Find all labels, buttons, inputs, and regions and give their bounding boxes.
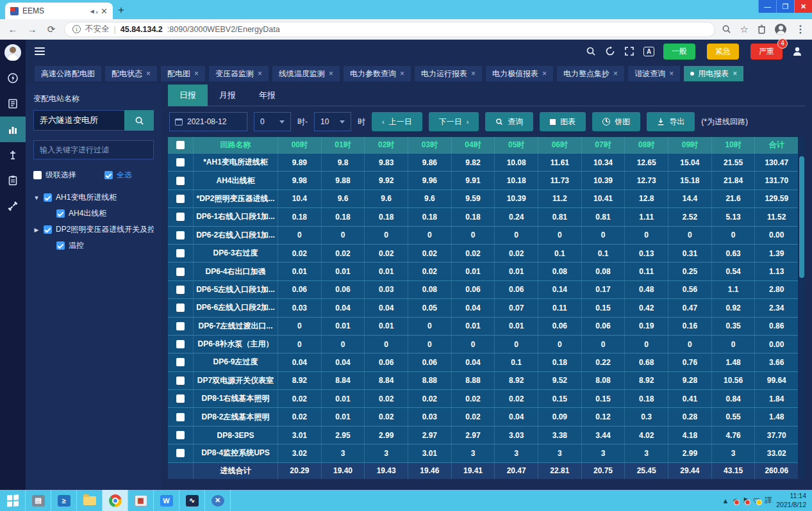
delete-icon[interactable] — [758, 24, 766, 34]
forward-icon[interactable]: → — [26, 24, 38, 35]
taskbar-scada-app[interactable]: ∿ — [179, 490, 205, 511]
prev-day-button[interactable]: ‹上一日 — [372, 112, 422, 131]
nav-tab[interactable]: 变压器监测× — [209, 66, 269, 81]
row-checkbox[interactable] — [176, 340, 185, 348]
row-checkbox[interactable] — [176, 431, 185, 439]
taskbar-powershell[interactable]: ≥ — [51, 490, 77, 511]
nav-tab[interactable]: 线缆温度监测× — [272, 66, 340, 81]
page-info-icon[interactable]: i — [72, 25, 81, 33]
rail-item-records[interactable] — [0, 168, 26, 193]
nav-tab[interactable]: 用电报表× — [684, 66, 743, 81]
tree-node[interactable]: ▼AH1变电所进线柜 — [33, 190, 154, 206]
bookmark-star-icon[interactable]: ☆ — [740, 24, 749, 35]
taskbar-wps[interactable]: W — [154, 490, 179, 511]
taskbar-file-explorer[interactable] — [77, 490, 103, 511]
alarm-button-一般[interactable]: 一般 — [663, 44, 695, 60]
row-checkbox[interactable] — [176, 322, 185, 330]
tree-checkbox[interactable] — [44, 225, 52, 234]
security-warning-icon[interactable]: 🛡︎ — [753, 497, 760, 505]
nav-tab[interactable]: 电力极值报表× — [486, 66, 553, 81]
ime-icon[interactable]: 譯 — [765, 496, 772, 505]
tab-close-icon[interactable]: × — [258, 69, 262, 78]
scrollbar-thumb[interactable] — [799, 156, 804, 278]
fullscreen-icon[interactable] — [624, 46, 634, 56]
tree-arrow-icon[interactable]: ▶ — [33, 227, 40, 233]
address-bar[interactable]: i 不安全 | 45.84.134.2 :8090/3000WEBV2/Ener… — [64, 22, 715, 37]
pie-button[interactable]: 饼图 — [592, 112, 640, 131]
row-checkbox[interactable] — [176, 358, 185, 366]
browser-tab-eems[interactable]: EEMS ◄᙮ ✕ — [5, 3, 113, 19]
profile-avatar-icon[interactable] — [775, 24, 786, 35]
rail-item-power[interactable] — [0, 65, 26, 91]
maximize-button[interactable]: ❐ — [776, 0, 794, 13]
rail-item-settings[interactable] — [0, 193, 26, 219]
chart-button[interactable]: 图表 — [540, 112, 586, 131]
query-button[interactable]: 查询 — [485, 112, 533, 131]
taskbar-chrome[interactable] — [103, 490, 128, 511]
alarm-button-严重[interactable]: 严重4 — [750, 44, 783, 60]
row-checkbox[interactable] — [176, 304, 185, 312]
volume-muted-icon[interactable]: 🔊︎ — [733, 496, 738, 505]
tree-node[interactable]: 温控 — [33, 238, 154, 254]
new-tab-button[interactable]: + — [113, 3, 129, 18]
tab-close-icon[interactable]: × — [400, 69, 404, 78]
select-all-rows-checkbox[interactable] — [176, 141, 185, 149]
tab-close-icon[interactable]: ✕ — [101, 6, 108, 16]
nav-tab[interactable]: 高速公路配电图 — [35, 66, 101, 81]
taskbar-server-manager[interactable]: ▤ — [26, 490, 51, 511]
row-checkbox[interactable] — [176, 413, 185, 421]
nav-tab[interactable]: 电力整点集抄× — [557, 66, 624, 81]
back-icon[interactable]: ← — [6, 24, 19, 35]
nav-tab[interactable]: 谐波查询× — [628, 66, 680, 81]
browser-menu-icon[interactable]: ⋮ — [795, 23, 806, 35]
taskbar-clock[interactable]: 11:14 2021/8/12 — [776, 492, 806, 508]
tree-checkbox[interactable] — [56, 209, 65, 218]
user-avatar[interactable] — [0, 40, 26, 65]
nav-tab[interactable]: 电力参数查询× — [344, 66, 411, 81]
network-flag-icon[interactable]: ⚑ — [742, 496, 749, 505]
rail-item-report[interactable] — [0, 91, 26, 117]
tab-close-icon[interactable]: × — [194, 69, 199, 78]
tab-close-icon[interactable]: × — [669, 69, 674, 78]
station-search-button[interactable] — [124, 110, 154, 131]
keyword-filter-input[interactable]: 输入关键字进行过滤 — [33, 140, 154, 159]
nav-tab[interactable]: 电力运行报表× — [415, 66, 482, 81]
close-window-button[interactable]: ✕ — [794, 0, 812, 13]
taskbar-monitor-app[interactable]: ▦ — [128, 490, 154, 511]
tab-close-icon[interactable]: × — [542, 69, 547, 78]
tree-arrow-icon[interactable]: ▼ — [33, 195, 40, 201]
tab-close-icon[interactable]: × — [471, 69, 476, 78]
start-button[interactable] — [0, 490, 26, 511]
date-picker[interactable]: 2021-08-12 — [169, 112, 247, 131]
station-search-input[interactable]: 弄六隧道变电所 — [33, 110, 124, 131]
tree-checkbox[interactable] — [44, 193, 52, 202]
collapse-menu-icon[interactable] — [35, 47, 45, 55]
report-tab-月报[interactable]: 月报 — [208, 85, 247, 106]
tree-node[interactable]: AH4出线柜 — [33, 206, 154, 222]
minimize-button[interactable]: — — [758, 0, 776, 13]
row-checkbox[interactable] — [176, 213, 185, 221]
row-checkbox[interactable] — [176, 394, 185, 403]
row-checkbox[interactable] — [176, 195, 185, 203]
reload-icon[interactable]: ⟳ — [45, 24, 58, 35]
translate-icon[interactable]: A — [643, 47, 654, 56]
row-checkbox[interactable] — [176, 377, 185, 385]
next-day-button[interactable]: 下一日› — [429, 112, 479, 131]
report-tab-年报[interactable]: 年报 — [247, 85, 287, 106]
nav-tab[interactable]: 配电图× — [161, 66, 205, 81]
report-tab-日报[interactable]: 日报 — [168, 85, 208, 106]
hour-from-select[interactable]: 0 — [254, 112, 291, 131]
tree-node[interactable]: ▶DP2照明变压器进线开关及控制室 — [33, 222, 154, 238]
search-icon[interactable] — [586, 46, 596, 56]
tab-close-icon[interactable]: × — [146, 69, 151, 78]
tab-close-icon[interactable]: × — [613, 69, 618, 78]
row-checkbox[interactable] — [176, 231, 185, 239]
refresh-icon[interactable] — [605, 46, 615, 56]
row-checkbox[interactable] — [176, 249, 185, 257]
tray-expand-icon[interactable]: ▲ — [722, 497, 729, 505]
tab-close-icon[interactable]: × — [329, 69, 333, 78]
cascade-checkbox[interactable] — [33, 171, 42, 179]
taskbar-tools-app[interactable]: ✕ — [205, 490, 231, 511]
export-button[interactable]: 导出 — [647, 112, 695, 131]
alarm-button-紧急[interactable]: 紧急 — [707, 44, 739, 60]
